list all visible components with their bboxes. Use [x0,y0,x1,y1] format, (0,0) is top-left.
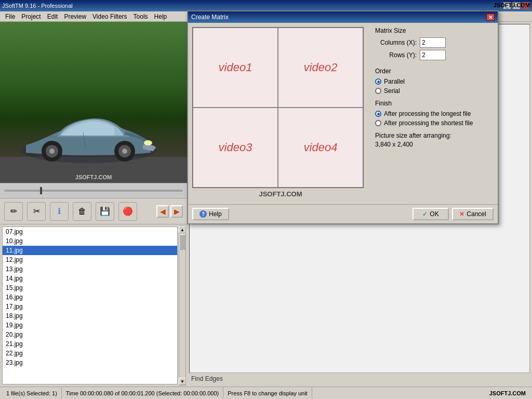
file-item[interactable]: 20.jpg [3,330,177,339]
order-section: Order Parallel Serial [375,68,494,95]
left-panel: JSOFTJ.COM ✏ ✂ ℹ 🗑 💾 🔴 ◀ [0,22,187,387]
ok-button[interactable]: ✓ OK [413,208,449,220]
order-serial-radio[interactable] [375,88,381,94]
finish-longest-radio[interactable] [375,111,381,117]
order-parallel-option[interactable]: Parallel [375,78,494,85]
order-serial-option[interactable]: Serial [375,87,494,95]
cancel-icon: ✕ [459,210,464,218]
main-window: JSoftTM 9.16 - Professional _ □ ✕ File P… [0,0,532,399]
video-cell-2: video2 [278,28,363,108]
nav-prev-button[interactable]: ◀ [156,205,169,218]
video-grid: video1 video2 video3 video4 [192,27,364,188]
erase-button[interactable]: ✏ [4,202,23,221]
matrix-size-title: Matrix Size [375,27,494,34]
finish-radio-group: After processing the longest file After … [375,110,494,127]
dialog-buttons: ? Help ✓ OK ✕ Cancel [188,204,498,223]
file-item[interactable]: 14.jpg [3,274,177,283]
status-hint: Press F8 to change display unit [223,387,312,399]
finish-shortest-label: After processing the shortest file [384,119,473,127]
finish-longest-label: After processing the longest file [384,110,471,117]
order-title: Order [375,68,494,75]
file-item[interactable]: 10.jpg [3,236,177,246]
watermark-bottom-right: JSOFTJ.COM [489,390,530,396]
menu-video-filters[interactable]: Video Filters [89,12,130,21]
nav-next-button[interactable]: ▶ [170,205,183,218]
file-item[interactable]: 15.jpg [3,283,177,292]
video-grid-container: video1 video2 video3 video4 JSOFTJ.COM [192,27,369,200]
rows-row: Rows (Y): [375,50,494,60]
menu-edit[interactable]: Edit [44,12,61,21]
finish-longest-option[interactable]: After processing the longest file [375,110,494,117]
dialog-ok-cancel-group: ✓ OK ✕ Cancel [413,208,494,220]
toolbar: ✏ ✂ ℹ 🗑 💾 🔴 ◀ ▶ [0,198,187,224]
file-item[interactable]: 18.jpg [3,311,177,321]
video-cell-3: video3 [193,108,278,188]
menu-help[interactable]: Help [151,12,170,21]
file-list-container: 07.jpg10.jpg11.jpg12.jpg13.jpg14.jpg15.j… [1,225,186,385]
file-list-scrollbar[interactable]: ▲ ▼ [179,225,186,385]
file-item[interactable]: 11.jpg [3,246,177,255]
scroll-thumb[interactable] [179,234,185,250]
trash-button[interactable]: 🗑 [73,202,91,221]
file-item[interactable]: 23.jpg [3,358,177,367]
dialog-title-bar: Create Matrix ✕ [188,11,498,23]
timeline-area [0,183,187,198]
file-item[interactable]: 19.jpg [3,321,177,330]
menu-file[interactable]: File [2,12,18,21]
picture-size-section: Picture size after arranging: 3,840 x 2,… [375,132,494,148]
help-dialog-button[interactable]: ? Help [192,208,229,220]
scroll-down-button[interactable]: ▼ [179,378,186,385]
finish-title: Finish [375,100,494,107]
ok-icon: ✓ [422,210,428,218]
car-svg [10,103,166,166]
order-parallel-label: Parallel [384,78,405,85]
matrix-size-section: Matrix Size Columns (X): Rows (Y): [375,27,494,62]
help-icon: ? [200,210,207,218]
dialog-close-button[interactable]: ✕ [486,14,495,21]
car-image [10,103,166,167]
nav-arrows: ◀ ▶ [156,205,183,218]
file-item[interactable]: 07.jpg [3,227,177,236]
finish-section: Finish After processing the longest file… [375,100,494,127]
info-button[interactable]: ℹ [50,202,69,221]
picture-size-value: 3,840 x 2,400 [375,141,494,148]
order-parallel-radio[interactable] [375,78,381,85]
help-button[interactable]: 🔴 [118,202,137,221]
timeline-slider[interactable] [4,190,183,192]
dialog-content: video1 video2 video3 video4 JSOFTJ.COM [188,23,498,204]
watermark-top-right: JSOFTJ.COM [494,2,530,8]
file-item[interactable]: 22.jpg [3,349,177,358]
finish-shortest-option[interactable]: After processing the shortest file [375,119,494,127]
scroll-up-button[interactable]: ▲ [179,226,186,233]
file-item[interactable]: 13.jpg [3,264,177,274]
file-item[interactable]: 17.jpg [3,302,177,311]
svg-point-6 [122,149,127,154]
preview-placeholder: JSOFTJ.COM [0,22,187,183]
columns-input[interactable] [420,37,446,48]
order-radio-group: Parallel Serial [375,78,494,95]
dialog-title-text: Create Matrix [191,14,486,21]
timeline-thumb[interactable] [40,187,42,194]
file-item[interactable]: 12.jpg [3,255,177,264]
columns-label: Columns (X): [375,39,417,46]
video-cell-4: video4 [278,108,363,188]
file-item[interactable]: 21.jpg [3,339,177,349]
title-text: JSoftTM 9.16 - Professional [2,3,503,9]
order-serial-label: Serial [384,87,400,95]
svg-point-3 [49,149,55,154]
menu-tools[interactable]: Tools [130,12,151,21]
file-item[interactable]: 16.jpg [3,292,177,302]
menu-project[interactable]: Project [18,12,44,21]
save-button[interactable]: 💾 [96,202,114,221]
finish-shortest-radio[interactable] [375,120,381,126]
dialog-watermark: JSOFTJ.COM [192,188,369,200]
scissors-button[interactable]: ✂ [27,202,46,221]
menu-preview[interactable]: Preview [61,12,89,21]
video-filter-label: Find Edges [189,373,530,384]
status-bar: 1 file(s) Selected: 1) Time 00:00:00.080… [0,387,532,399]
rows-label: Rows (Y): [375,51,417,59]
dialog-right: Matrix Size Columns (X): Rows (Y): Order [375,27,494,200]
create-matrix-dialog: Create Matrix ✕ video1 video2 video3 [187,10,499,224]
cancel-button[interactable]: ✕ Cancel [452,208,494,220]
rows-input[interactable] [420,50,446,60]
